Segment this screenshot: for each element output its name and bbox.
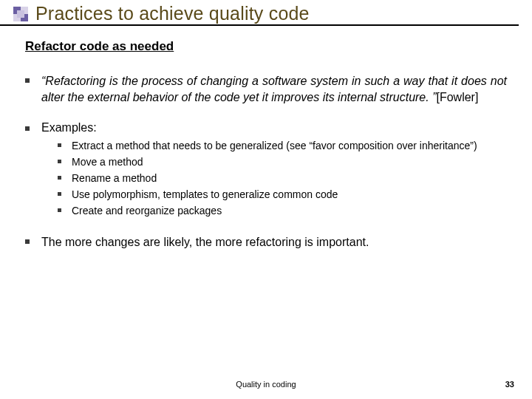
footer-text: Quality in coding <box>236 380 296 389</box>
nested-text: Use polymorphism, templates to generaliz… <box>72 188 338 202</box>
nested-item: Extract a method that needs to be genera… <box>58 139 507 153</box>
bullet-item: Examples: <box>25 121 507 134</box>
square-bullet-icon <box>58 176 61 180</box>
slide-title: Practices to achieve quality code <box>35 3 310 24</box>
bullet-item: The more changes are likely, the more re… <box>25 234 507 250</box>
nested-item: Move a method <box>58 155 507 169</box>
bullet-item: “Refactoring is the process of changing … <box>25 73 507 105</box>
page-number: 33 <box>505 380 514 389</box>
subtitle: Refactor code as needed <box>25 39 507 54</box>
footer: Quality in coding <box>0 380 532 389</box>
nested-list: Extract a method that needs to be genera… <box>25 139 507 217</box>
title-bullet-icon <box>13 7 28 21</box>
square-bullet-icon <box>58 192 61 196</box>
bullet-text: “Refactoring is the process of changing … <box>41 73 507 105</box>
square-bullet-icon <box>58 143 61 147</box>
square-bullet-icon <box>25 78 30 83</box>
bullet-label: Examples: <box>41 121 97 134</box>
nested-item: Create and reorganize packages <box>58 204 507 218</box>
nested-text: Move a method <box>72 155 143 169</box>
nested-text: Create and reorganize packages <box>72 204 222 218</box>
svg-rect-3 <box>17 10 24 18</box>
nested-text: Extract a method that needs to be genera… <box>72 139 477 153</box>
title-bar: Practices to achieve quality code <box>0 0 519 26</box>
square-bullet-icon <box>25 239 30 244</box>
square-bullet-icon <box>58 160 61 163</box>
square-bullet-icon <box>25 126 30 131</box>
attribution-text: [Fowler] <box>436 91 478 103</box>
bullet-text: The more changes are likely, the more re… <box>41 234 369 250</box>
nested-item: Use polymorphism, templates to generaliz… <box>58 188 507 202</box>
nested-item: Rename a method <box>58 171 507 185</box>
slide-content: Refactor code as needed “Refactoring is … <box>0 26 532 250</box>
square-bullet-icon <box>58 208 61 212</box>
nested-text: Rename a method <box>72 171 157 185</box>
